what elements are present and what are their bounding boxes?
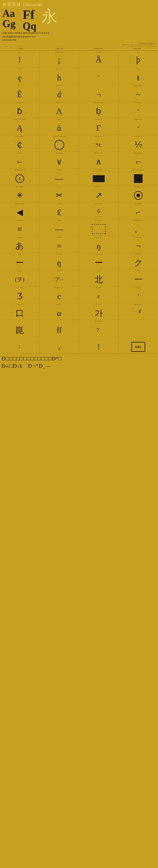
glyph-cell: Phonemic dp Base ḅ bbox=[79, 101, 118, 118]
header-title: 有爱黑体 Classical bbox=[2, 2, 156, 7]
glyph-cell: Mac Std Ligature B bbox=[118, 168, 158, 185]
glyph-cell: Misc Arrow Int ◀ bbox=[0, 202, 40, 219]
black-rect-sq bbox=[134, 174, 143, 183]
glyph-cell: CJK Fl B ε bbox=[79, 286, 118, 303]
glyph-cell: Radix ー bbox=[0, 253, 40, 270]
header-letters: Aa Gg Ff Qq 永 bbox=[2, 8, 156, 31]
glyph-cell: Suppl B アパ bbox=[40, 270, 79, 286]
glyph-cell: Ezh È bbox=[0, 84, 40, 101]
glyph-cell: Latin Flat h bbox=[40, 67, 79, 84]
glyph-cell: Misc Symbol ☀ bbox=[0, 185, 40, 202]
column-headers: GID S Latin Thin Latin Sm B Latin Ln B bbox=[0, 47, 158, 51]
glyph-cell: Sub Arrow B ↗ bbox=[79, 185, 118, 202]
header: 有爱黑体 Classical Aa Gg Ff Qq 永 ABCDEFGHIJK… bbox=[0, 0, 158, 47]
glyph-cell: Phonemic b Λ bbox=[40, 101, 79, 118]
circled-1: 1 bbox=[15, 174, 24, 183]
glyph-cell bbox=[118, 320, 158, 337]
glyph-cell: OBJ bbox=[118, 337, 158, 353]
design-credit: © Design by fontke.com Font Source: http… bbox=[2, 42, 156, 46]
glyph-cell: Dfu Arrow B bbox=[79, 219, 118, 236]
glyph-cell: Enclosed Cjk ¬ bbox=[118, 236, 158, 253]
glyph-cell: Latin Flat d bbox=[40, 84, 79, 101]
glyph-cell: Latin Sm B Ʒ bbox=[0, 286, 40, 303]
glyph-cell: ∶ bbox=[0, 337, 40, 353]
glyph-grid: Bit Lo ! Number Below ¡ Macronized Ā Gue… bbox=[0, 51, 158, 353]
glyph-cell: Number Forms ⅐ bbox=[118, 135, 158, 152]
col-header-1: GID S bbox=[2, 48, 40, 50]
glyph-cell: Number Below ¡ bbox=[40, 51, 79, 67]
glyph-cell: ، bbox=[40, 337, 79, 353]
glyph-cell: Radicals = bbox=[40, 236, 79, 253]
big-letters-ag: Aa Gg bbox=[2, 8, 15, 29]
chinese-yong: 永 bbox=[41, 8, 57, 24]
alphabet-upper: ABCDEFGHIJKLMNOPQRSTUVWXYZ bbox=[2, 31, 156, 35]
numbers-row: 0123456789 bbox=[2, 38, 156, 41]
col-header-4: Latin Ln B bbox=[118, 48, 156, 50]
glyph-cell: CJK Fl 3 가 bbox=[79, 303, 118, 320]
glyph-cell: Genus B ά bbox=[40, 118, 79, 135]
glyph-cell: Latin Alt 口 bbox=[0, 303, 40, 320]
glyph-cell: Top Termination bbox=[118, 185, 158, 202]
glyph-cell: ` bbox=[79, 67, 118, 84]
target-symbol bbox=[134, 191, 143, 200]
glyph-cell: Middle Plus Inst c bbox=[40, 286, 79, 303]
glyph-cell: Cyrillic Images 、 bbox=[118, 219, 158, 236]
glyph-cell: Alg/Struck Sm Symbol bbox=[40, 135, 79, 152]
glyph-cell: Hangul Jamo ᅧ bbox=[118, 303, 158, 320]
big-ff: Ff bbox=[23, 8, 36, 21]
glyph-cell: Florin ŧ bbox=[118, 67, 158, 84]
glyph-cell: Geometry Shapes ⌐ bbox=[118, 152, 158, 168]
glyph-cell: Sub Arrow B 6 Sub Arrow B bbox=[79, 202, 118, 219]
glyph-cell: Macronized Ā bbox=[79, 51, 118, 67]
big-qq: Qq bbox=[23, 21, 36, 31]
col-header-3: Latin Sm B bbox=[79, 48, 118, 50]
glyph-cell: Cjk Strokes ー bbox=[79, 253, 118, 270]
circle-symbol bbox=[54, 140, 64, 150]
glyph-cell: Super And Int ° bbox=[118, 118, 158, 135]
obj-box: OBJ bbox=[131, 342, 145, 352]
glyph-cell: Atom Rn B α bbox=[40, 303, 79, 320]
glyph-cell: ¬ bbox=[79, 84, 118, 101]
glyph-cell: Range — bbox=[40, 219, 79, 236]
chinese-title: 有爱黑体 bbox=[2, 2, 21, 7]
glyph-cell: Open Node S.A. ~ bbox=[118, 84, 158, 101]
glyph-cell: Bit Lo ! bbox=[0, 51, 40, 67]
glyph-cell: Capital Fn Additions Ą bbox=[0, 118, 40, 135]
glyph-cell: Capital Sm B ɓ bbox=[0, 101, 40, 118]
classical-subtitle: Classical bbox=[23, 2, 43, 7]
glyph-cell: Lft Bottom Int ≡ bbox=[0, 219, 40, 236]
glyph-cell: Bopomofo ŋ bbox=[40, 253, 79, 270]
glyph-cell: Arrows ← bbox=[0, 152, 40, 168]
glyph-cell: Guess þ bbox=[118, 51, 158, 67]
glyph-cell: Radicals 4 ク bbox=[118, 253, 158, 270]
alphabet-lower: abcdefghijklmnopqrstuvwxyz bbox=[2, 35, 156, 38]
bottom-section: Ð□□□□□□□□□□□□□Ðᵃ□ Ð«□Ð‹k Ð¬ᵒÐ¸— bbox=[0, 353, 158, 371]
glyph-cell: ! bbox=[79, 337, 118, 353]
glyph-cell: ff bbox=[40, 320, 79, 337]
glyph-cell: Duplexes — bbox=[40, 168, 79, 185]
black-rect-wide bbox=[93, 175, 105, 182]
glyph-cell: Punctuation Γ bbox=[79, 118, 118, 135]
col-header-2: Latin Thin bbox=[40, 48, 79, 50]
glyph-cell: Suppl B (ヲ) bbox=[0, 270, 40, 286]
bottom-row-2: Ð«□Ð‹k Ð¬ᵒÐ¸— bbox=[2, 362, 156, 369]
glyph-cell: Cjk Strokes ŋ bbox=[79, 236, 118, 253]
glyph-cell: Scissors ✂ bbox=[40, 185, 79, 202]
glyph-cell: Lft Symbols ⌐ bbox=[118, 202, 158, 219]
glyph-cell: Radicals ʼ bbox=[118, 286, 158, 303]
glyph-cell: Enclosed Numbers 1 bbox=[0, 168, 40, 185]
glyph-cell: Letter Symbols ᵃ⁄c bbox=[79, 135, 118, 152]
glyph-cell: CJK B 北 bbox=[79, 270, 118, 286]
glyph-cell: CJK 一 bbox=[118, 270, 158, 286]
glyph-cell: Sup Punctuation ?´ bbox=[79, 320, 118, 337]
glyph-cell: Eth ę bbox=[0, 67, 40, 84]
glyph-cell: 崑 bbox=[0, 320, 40, 337]
glyph-cell: Sub Ascii B bbox=[79, 168, 118, 185]
bottom-row-1: Ð□□□□□□□□□□□□□Ðᵃ□ bbox=[2, 355, 156, 362]
glyph-cell: Hiragana あ bbox=[0, 236, 40, 253]
glyph-cell: Arc Drawing ∨ bbox=[40, 152, 79, 168]
glyph-cell: Currency Symbol ₵ bbox=[0, 135, 40, 152]
glyph-cell: Light ₤ bbox=[40, 202, 79, 219]
glyph-cell: Dou Note Int " bbox=[118, 101, 158, 118]
dashed-rect bbox=[92, 224, 106, 234]
